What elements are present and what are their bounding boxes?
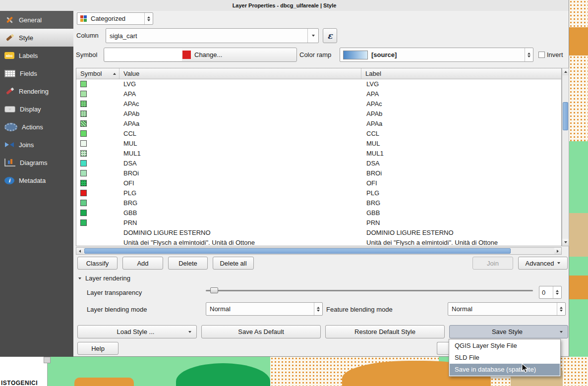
save-as-default-button[interactable]: Save As Default [201,325,321,338]
layer-transparency-label: Layer transparency [87,289,142,296]
scroll-right-icon[interactable] [554,248,561,254]
table-row[interactable]: BRG BRG [76,198,561,208]
add-button[interactable]: Add [122,257,163,270]
scroll-down-icon[interactable] [562,239,569,246]
symbol-swatch[interactable] [80,140,87,147]
sidebar-item-actions[interactable]: Actions [0,118,73,136]
label-cell: APAa [366,120,382,127]
slider-track[interactable] [206,290,533,291]
symbol-swatch[interactable] [80,200,87,206]
invert-label: Invert [547,51,563,58]
transparency-spinbox[interactable]: 0 [539,286,562,299]
table-row[interactable]: PLG PLG [76,188,561,198]
symbol-swatch[interactable] [80,239,87,246]
symbol-swatch[interactable] [80,170,87,176]
sidebar-item-joins[interactable]: Joins [0,136,73,154]
menu-item[interactable]: SLD File [450,352,560,364]
symbol-swatch[interactable] [80,130,87,137]
menu-item[interactable]: QGIS Layer Style File [450,340,560,352]
symbol-swatch[interactable] [80,160,87,166]
sidebar-item-display[interactable]: Display [0,100,73,118]
advanced-button[interactable]: Advanced [518,257,568,270]
sidebar-item-fields[interactable]: Fields [0,64,73,82]
table-row[interactable]: MUL1 MUL1 [76,148,561,158]
chevron-down-icon [557,262,560,264]
table-row[interactable]: DOMINIO LIGURE ESTERNO DOMINIO LIGURE ES… [76,227,561,237]
feature-blending-mode-select[interactable]: Normal [448,302,566,316]
save-style-button[interactable]: Save Style [449,325,568,338]
sidebar-item-diagrams[interactable]: Diagrams [0,154,73,171]
horizontal-scrollbar-thumb[interactable] [84,248,511,254]
column-header-label[interactable]: Label [361,68,561,79]
layer-rendering-section-header[interactable]: Layer rendering [78,275,130,282]
table-row[interactable]: APAa APAa [76,118,561,128]
value-cell: BRG [123,199,137,207]
symbol-swatch[interactable] [80,220,87,226]
transparency-slider[interactable] [206,286,533,295]
table-row[interactable]: APA APA [76,89,561,99]
scroll-left-icon[interactable] [76,248,83,254]
sidebar-item-labels[interactable]: Labels [0,47,73,64]
vertical-scrollbar[interactable] [562,68,569,246]
symbol-swatch[interactable] [80,210,87,216]
renderer-updown-icon[interactable] [144,13,153,24]
delete-button[interactable]: Delete [168,257,208,270]
classify-button[interactable]: Classify [77,257,118,270]
renderer-select[interactable]: Categorized [77,12,153,25]
column-combobox[interactable]: sigla_cart [106,28,319,43]
column-value[interactable]: sigla_cart [106,32,307,40]
symbol-swatch[interactable] [80,81,87,87]
sidebar-item-general[interactable]: General [0,11,73,29]
expression-builder-button[interactable]: ε [323,28,337,43]
panel-splitter-handle[interactable] [44,357,51,363]
table-row[interactable]: DSA DSA [76,158,561,168]
legend-text: ISTOGENICI [1,380,38,386]
sidebar-item-metadata[interactable]: Metadata [0,171,73,189]
symbol-swatch[interactable] [80,180,87,186]
sidebar-item-style[interactable]: Style [0,29,73,47]
symbol-swatch[interactable] [80,101,87,107]
chevron-down-icon[interactable] [307,29,318,43]
transparency-value[interactable]: 0 [539,289,553,296]
table-row[interactable]: APAc APAc [76,99,561,109]
table-row[interactable]: CCL CCL [76,128,561,138]
invert-checkbox[interactable] [538,52,545,58]
partially-hidden-button[interactable] [437,342,450,355]
table-row[interactable]: LVG LVG [76,79,561,89]
symbol-swatch[interactable] [80,110,87,117]
change-symbol-button[interactable]: Change... [104,48,297,62]
table-row[interactable]: Unità dei "Flysch a elmintoidi". Unità d… [76,237,561,246]
table-row[interactable]: BROi BROi [76,168,561,178]
table-row[interactable]: PRN PRN [76,218,561,227]
symbol-swatch[interactable] [80,91,87,97]
color-ramp-select[interactable]: [source] [340,48,533,62]
help-button[interactable]: Help [77,342,118,355]
vertical-scrollbar-thumb[interactable] [563,102,568,130]
symbol-swatch[interactable] [80,229,87,236]
symbol-swatch[interactable] [80,190,87,196]
dialog-titlebar[interactable]: Layer Properties - dbcg_ulfareale | Styl… [0,0,569,11]
map-area-orange [74,378,134,386]
load-style-button[interactable]: Load Style ... [77,325,197,338]
table-row[interactable]: APAb APAb [76,109,561,118]
blend-updown-icon[interactable] [314,303,322,315]
label-cell: APAc [366,100,382,108]
symbol-swatch[interactable] [80,120,87,127]
delete-all-button[interactable]: Delete all [213,257,254,270]
menu-item[interactable]: Save in database (spatialite) [450,364,560,376]
layer-blending-mode-select[interactable]: Normal [206,302,323,316]
table-row[interactable]: MUL MUL [76,138,561,148]
table-row[interactable]: GBB GBB [76,208,561,218]
symbol-swatch[interactable] [80,150,87,157]
scroll-up-icon[interactable] [562,68,569,75]
column-header-symbol[interactable]: Symbol [76,68,119,79]
spin-updown-icon[interactable] [553,286,561,298]
horizontal-scrollbar[interactable] [76,247,562,255]
table-row[interactable]: OFI OFI [76,178,561,188]
slider-thumb[interactable] [210,287,218,293]
sidebar-item-rendering[interactable]: Rendering [0,82,73,100]
column-header-value[interactable]: Value [119,68,361,79]
ramp-updown-icon[interactable] [525,48,533,61]
feature-updown-icon[interactable] [557,303,565,315]
restore-default-style-button[interactable]: Restore Default Style [325,325,445,338]
